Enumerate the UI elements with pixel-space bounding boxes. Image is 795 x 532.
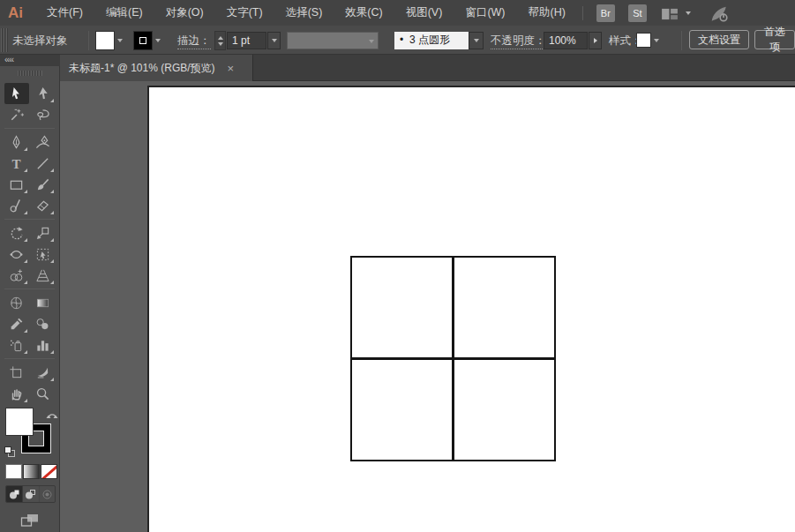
gradient-tool[interactable]	[31, 292, 56, 313]
stroke-weight-stepper[interactable]	[214, 31, 226, 50]
type-icon: T	[9, 156, 24, 171]
free-transform-tool[interactable]	[31, 244, 56, 265]
menu-select[interactable]: 选择(S)	[274, 0, 334, 26]
stroke-weight-dropdown[interactable]	[267, 32, 281, 49]
default-fill-stroke-icon[interactable]	[4, 446, 16, 458]
tools-panel: T	[0, 81, 60, 532]
preferences-button[interactable]: 首选项	[754, 30, 795, 49]
column-graph-tool[interactable]	[31, 334, 56, 356]
pen-tool[interactable]	[4, 131, 29, 153]
direct-selection-tool[interactable]	[31, 83, 56, 104]
blend-tool[interactable]	[31, 313, 56, 334]
brush-name: 3 点圆形	[409, 34, 450, 46]
menu-window[interactable]: 窗口(W)	[454, 0, 516, 26]
color-button[interactable]	[6, 465, 21, 478]
tool-group-0	[0, 83, 59, 125]
menu-view[interactable]: 视图(V)	[394, 0, 454, 26]
style-swatch[interactable]	[637, 34, 650, 47]
flyout-indicator	[24, 399, 27, 402]
control-bar: 未选择对象 描边： 1 pt • 3 点圆形 不透明度： 100% 样式： 文档…	[0, 26, 795, 55]
artboard-tool[interactable]	[4, 362, 29, 383]
mesh-tool[interactable]	[4, 292, 29, 313]
menu-effect[interactable]: 效果(C)	[334, 0, 394, 26]
draw-normal-button[interactable]	[6, 486, 22, 502]
gpu-performance-icon[interactable]	[710, 5, 728, 21]
stock-button[interactable]: St	[628, 4, 647, 22]
eyedropper-tool[interactable]	[4, 313, 29, 334]
menu-type[interactable]: 文字(T)	[215, 0, 274, 26]
width-profile-dropdown	[287, 32, 379, 49]
scale-tool[interactable]	[31, 222, 56, 244]
style-chevron-icon[interactable]	[654, 39, 659, 42]
stroke-chevron-icon[interactable]	[155, 39, 161, 42]
brush-definition-field[interactable]: • 3 点圆形	[394, 32, 469, 49]
drawn-grid-object[interactable]	[350, 256, 556, 461]
lasso-tool[interactable]	[31, 104, 56, 125]
gradient-button[interactable]	[24, 465, 39, 478]
menu-edit[interactable]: 编辑(E)	[94, 0, 154, 26]
fill-color-swatch[interactable]	[96, 32, 114, 49]
opacity-panel-link[interactable]: 不透明度：	[491, 34, 546, 49]
drawing-mode-buttons	[5, 485, 56, 503]
controlbar-grip[interactable]	[1, 28, 8, 52]
curvature-tool[interactable]	[31, 131, 56, 153]
tool-group-4	[0, 362, 59, 404]
paintbrush-tool[interactable]	[31, 174, 56, 195]
hand-tool[interactable]	[4, 383, 29, 404]
document-tab[interactable]: 未标题-1* @ 101% (RGB/预览) ×	[60, 55, 253, 81]
workspace-chevron-icon[interactable]	[686, 11, 691, 15]
width-tool[interactable]	[4, 244, 29, 265]
eraser-tool[interactable]	[31, 195, 56, 216]
tools-panel-collapse-button[interactable]: ««	[0, 55, 60, 66]
direct-selection-icon	[35, 86, 50, 101]
slice-tool[interactable]	[31, 362, 56, 383]
fill-stroke-control	[0, 407, 59, 460]
shape-builder-tool[interactable]	[4, 265, 29, 286]
artboard[interactable]	[147, 86, 795, 532]
perspective-grid-tool[interactable]	[31, 265, 56, 286]
column-graph-icon	[35, 338, 50, 353]
tool-group-divider	[4, 219, 55, 220]
svg-text:T: T	[11, 156, 20, 170]
symbol-sprayer-tool[interactable]	[4, 334, 29, 356]
selection-tool[interactable]	[4, 83, 29, 104]
zoom-tool[interactable]	[31, 383, 56, 404]
bridge-button[interactable]: Br	[596, 4, 615, 22]
pen-icon	[9, 135, 24, 150]
line-segment-tool[interactable]	[31, 153, 56, 174]
magic-wand-tool[interactable]	[4, 104, 29, 125]
flyout-indicator	[24, 259, 27, 263]
document-setup-button[interactable]: 文档设置	[689, 30, 749, 49]
selection-icon	[9, 86, 24, 101]
draw-inside-button	[39, 486, 55, 502]
opacity-field[interactable]: 100%	[544, 32, 588, 49]
none-button[interactable]	[41, 465, 56, 478]
brush-dropdown[interactable]	[469, 32, 484, 49]
rectangle-tool[interactable]	[4, 174, 29, 195]
draw-behind-button[interactable]	[22, 486, 38, 502]
swap-fill-stroke-icon[interactable]	[46, 408, 58, 419]
flyout-indicator	[24, 211, 27, 214]
fill-indicator[interactable]	[6, 408, 33, 435]
symbol-sprayer-icon	[9, 338, 24, 353]
hand-icon	[9, 386, 24, 401]
stroke-weight-field[interactable]: 1 pt	[227, 32, 266, 49]
line-segment-icon	[35, 156, 50, 171]
type-tool[interactable]: T	[4, 153, 29, 174]
canvas-area[interactable]	[60, 81, 795, 532]
screen-mode-button[interactable]	[19, 512, 41, 529]
menu-help[interactable]: 帮助(H)	[517, 0, 577, 26]
stroke-color-swatch[interactable]	[134, 32, 152, 49]
shaper-tool[interactable]	[4, 195, 29, 216]
tools-panel-drag-handle[interactable]	[18, 71, 42, 76]
fill-chevron-icon[interactable]	[117, 39, 123, 42]
tab-close-icon[interactable]: ×	[228, 63, 235, 74]
opacity-expand-button[interactable]	[589, 32, 602, 49]
menu-file[interactable]: 文件(F)	[35, 0, 94, 26]
eyedropper-icon	[9, 317, 24, 332]
menu-object[interactable]: 对象(O)	[154, 0, 215, 26]
rotate-tool[interactable]	[4, 222, 29, 244]
stroke-panel-link[interactable]: 描边：	[177, 34, 211, 49]
flyout-indicator	[50, 238, 54, 242]
workspace-switcher-icon[interactable]	[661, 5, 679, 21]
